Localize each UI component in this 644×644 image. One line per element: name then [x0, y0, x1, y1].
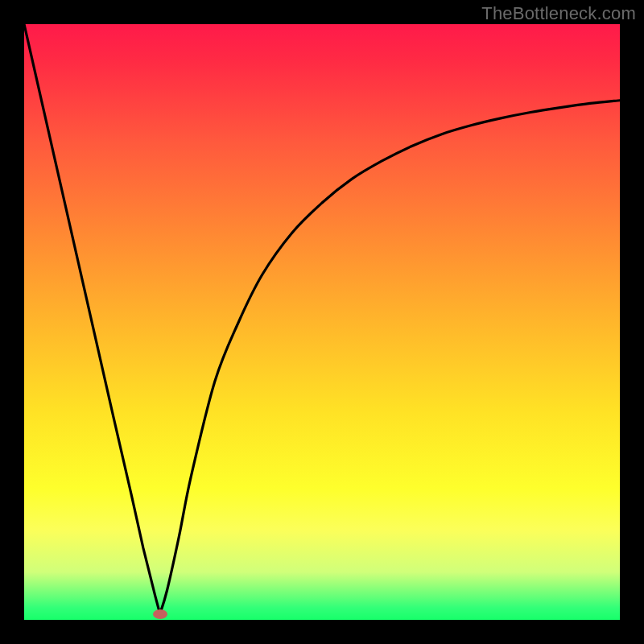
chart-container: TheBottleneck.com	[0, 0, 644, 644]
bottleneck-curve	[24, 24, 620, 614]
minimum-marker	[153, 609, 167, 619]
plot-area	[24, 24, 620, 620]
watermark-text: TheBottleneck.com	[481, 3, 636, 24]
curve-svg	[24, 24, 620, 620]
